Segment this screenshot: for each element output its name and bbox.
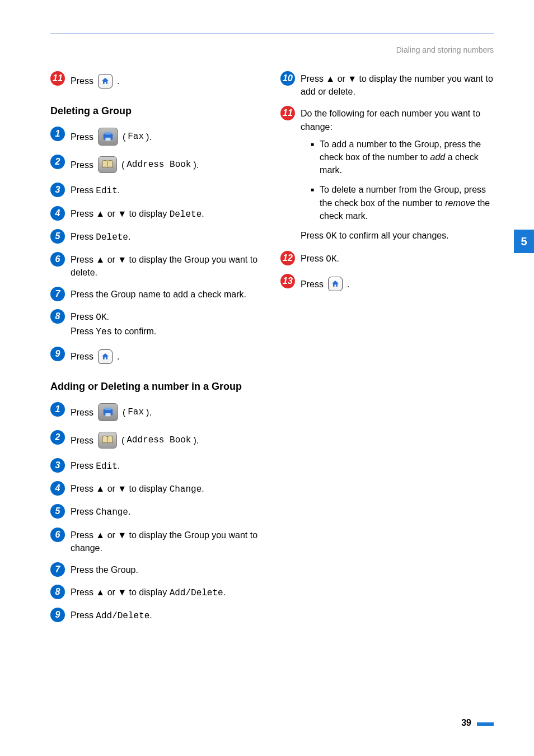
mono: Edit bbox=[96, 186, 117, 196]
step-text: Press Delete. bbox=[71, 229, 130, 244]
step-badge: 13 bbox=[280, 274, 295, 288]
step-text: Press ▲ or ▼ to display Delete. bbox=[71, 206, 204, 221]
ad-step-5: 5 Press Change. bbox=[50, 504, 264, 519]
text: . bbox=[117, 350, 119, 363]
dg-step-3: 3 Press Edit. bbox=[50, 183, 264, 198]
ad-step-13: 13 Press . bbox=[280, 274, 494, 294]
step-badge: 6 bbox=[50, 528, 65, 542]
mono: Add/Delete bbox=[170, 588, 223, 598]
svg-rect-5 bbox=[105, 408, 111, 410]
step-text: Do the following for each number you wan… bbox=[301, 106, 494, 243]
text: Press bbox=[301, 254, 326, 263]
fax-icon bbox=[98, 403, 118, 421]
step-text: Press OK. Press Yes to confirm. bbox=[71, 309, 156, 338]
text: to confirm. bbox=[112, 326, 156, 336]
mono: Change bbox=[96, 507, 128, 517]
mono: Edit bbox=[96, 461, 117, 472]
step-badge: 7 bbox=[50, 562, 65, 577]
step-text: Press (Address Book). bbox=[71, 430, 199, 450]
step-text: Press Edit. bbox=[71, 458, 120, 473]
mono: OK bbox=[96, 312, 106, 323]
text: ( bbox=[121, 434, 124, 447]
text: Press ▲ or ▼ to display bbox=[71, 587, 170, 597]
step-text: Press ▲ or ▼ to display Add/Delete. bbox=[71, 585, 226, 600]
text: Press bbox=[71, 610, 96, 620]
step-badge: 1 bbox=[50, 127, 65, 141]
svg-rect-2 bbox=[105, 138, 110, 141]
text: Press bbox=[71, 406, 93, 419]
step-text: Press OK. bbox=[301, 251, 339, 266]
step-badge: 7 bbox=[50, 287, 65, 301]
text: Press bbox=[71, 232, 96, 241]
ad-step-1: 1 Press (Fax). bbox=[50, 402, 264, 422]
mono: Delete bbox=[96, 232, 128, 242]
step-text: Press ▲ or ▼ to display the Group you wa… bbox=[71, 252, 264, 279]
text: ). bbox=[146, 406, 152, 419]
step-badge: 11 bbox=[280, 106, 295, 120]
text: . bbox=[128, 232, 130, 241]
step-text: Press ▲ or ▼ to display Change. bbox=[71, 481, 204, 496]
ad-step-10: 10 Press ▲ or ▼ to display the number yo… bbox=[280, 71, 494, 98]
step-badge: 4 bbox=[50, 206, 65, 221]
dg-step-8: 8 Press OK. Press Yes to confirm. bbox=[50, 309, 264, 338]
text: Press ▲ or ▼ to display bbox=[71, 209, 170, 218]
svg-rect-6 bbox=[105, 413, 110, 417]
dg-step-4: 4 Press ▲ or ▼ to display Delete. bbox=[50, 206, 264, 221]
step-text: Press the Group. bbox=[71, 562, 138, 576]
mono: Fax bbox=[128, 406, 144, 419]
intro-text: Do the following for each number you wan… bbox=[301, 107, 494, 133]
text: ( bbox=[121, 158, 124, 171]
step-text: Press ▲ or ▼ to display the Group you wa… bbox=[71, 528, 264, 554]
home-icon bbox=[328, 277, 343, 291]
text: ( bbox=[123, 406, 125, 419]
step-text: Press the Group name to add a check mark… bbox=[71, 287, 246, 301]
confirm-text: Press OK to confirm all your changes. bbox=[301, 229, 494, 243]
mono: Add/Delete bbox=[96, 611, 149, 621]
step-text: Press (Address Book). bbox=[71, 155, 199, 175]
text: ( bbox=[123, 130, 125, 143]
text: . bbox=[117, 74, 119, 87]
dg-step-9: 9 Press . bbox=[50, 347, 264, 367]
step-text: Press Change. bbox=[71, 504, 130, 519]
mono: Fax bbox=[128, 130, 144, 143]
step-text: Press (Fax). bbox=[71, 402, 152, 422]
right-column: 10 Press ▲ or ▼ to display the number yo… bbox=[280, 71, 494, 631]
text: Press bbox=[71, 350, 93, 363]
text: . bbox=[128, 507, 130, 516]
step-badge: 9 bbox=[50, 347, 65, 361]
step-text: Press . bbox=[71, 71, 119, 91]
em: remove bbox=[445, 198, 475, 208]
step-badge: 4 bbox=[50, 481, 65, 496]
text: Press bbox=[71, 326, 96, 336]
dg-step-2: 2 Press (Address Book). bbox=[50, 155, 264, 175]
ad-step-12: 12 Press OK. bbox=[280, 251, 494, 266]
step-badge: 5 bbox=[50, 229, 65, 244]
text: . bbox=[347, 278, 349, 291]
text: . bbox=[149, 610, 152, 620]
step-text: Press Add/Delete. bbox=[71, 608, 152, 623]
footer-bar-icon bbox=[477, 722, 494, 726]
address-book-icon bbox=[98, 156, 117, 173]
mono: Delete bbox=[170, 209, 202, 220]
address-book-icon bbox=[98, 432, 117, 449]
ad-step-2: 2 Press (Address Book). bbox=[50, 430, 264, 450]
ad-step-7: 7 Press the Group. bbox=[50, 562, 264, 577]
step-badge: 8 bbox=[50, 309, 65, 324]
ad-step-8: 8 Press ▲ or ▼ to display Add/Delete. bbox=[50, 585, 264, 600]
text: Press bbox=[71, 74, 93, 87]
chapter-tab: 5 bbox=[514, 230, 534, 253]
list-item: To delete a number from the Group, press… bbox=[311, 183, 494, 222]
content-columns: 11 Press . Deleting a Group 1 Press (Fax… bbox=[50, 71, 494, 631]
mono: Yes bbox=[96, 327, 112, 337]
dg-step-5: 5 Press Delete. bbox=[50, 229, 264, 244]
home-icon bbox=[98, 74, 113, 88]
page-number: 39 bbox=[461, 718, 471, 728]
em: add bbox=[430, 152, 446, 162]
text: Press bbox=[71, 434, 93, 447]
ad-step-6: 6 Press ▲ or ▼ to display the Group you … bbox=[50, 528, 264, 554]
ad-step-3: 3 Press Edit. bbox=[50, 458, 264, 473]
text: Press bbox=[301, 278, 324, 291]
svg-rect-1 bbox=[105, 132, 111, 135]
step-badge: 2 bbox=[50, 155, 65, 169]
left-column: 11 Press . Deleting a Group 1 Press (Fax… bbox=[50, 71, 264, 631]
